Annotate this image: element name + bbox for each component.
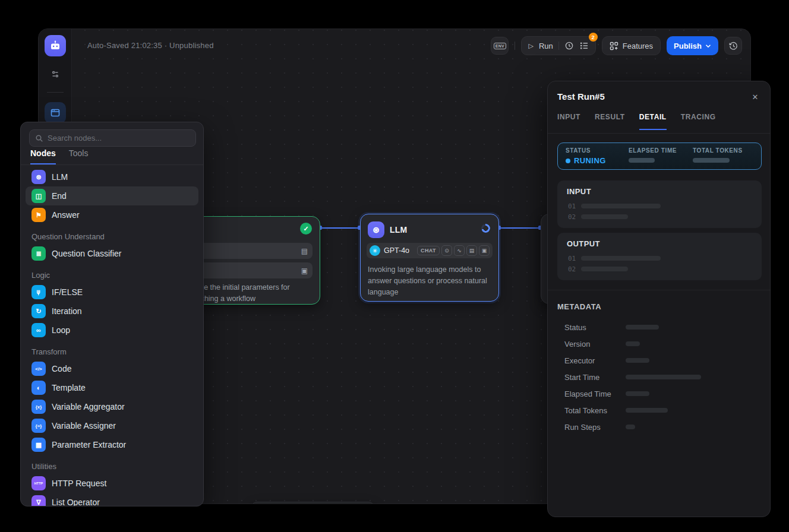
section-title: Transform	[26, 340, 198, 359]
run-group-divider	[558, 42, 559, 50]
node-search-panel: Search nodes... Nodes Tools ⊛LLM◫End⚑Ans…	[20, 122, 204, 506]
node-item-label: Answer	[52, 210, 80, 220]
node-item-label: Code	[52, 364, 71, 373]
features-label: Features	[623, 42, 653, 50]
metadata-label: Elapsed Time	[564, 390, 626, 398]
text-field-icon: ▤	[301, 247, 308, 255]
preview-window-button[interactable]	[45, 102, 66, 124]
search-input[interactable]: Search nodes...	[29, 129, 196, 147]
version-history-button[interactable]	[724, 37, 742, 55]
elapsed-time-skeleton	[629, 158, 655, 163]
end-node-icon: ◫	[31, 189, 46, 203]
node-item-label: Variable Assigner	[52, 421, 116, 430]
autosave-status: Auto-Saved 21:02:35 · Unpublished	[87, 41, 214, 50]
iteration-icon: ↻	[31, 304, 46, 318]
model-name: GPT-4o	[384, 246, 409, 255]
topbar-actions: ENV ▷ Run 2	[491, 36, 742, 55]
node-item-label: LLM	[52, 172, 68, 182]
node-item-iteration[interactable]: ↻Iteration	[26, 302, 198, 321]
run-tab-input[interactable]: INPUT	[557, 113, 580, 130]
edge-start-to-llm	[320, 227, 360, 229]
node-item-llm[interactable]: ⊛LLM	[26, 167, 198, 186]
status-value: RUNING	[566, 156, 629, 165]
node-item-list-operator[interactable]: ∇List Operator	[26, 493, 198, 506]
running-dot-icon	[566, 159, 570, 163]
node-item-parameter-extractor[interactable]: ▦Parameter Extractor	[26, 435, 198, 454]
node-item-http-request[interactable]: HTTPHTTP Request	[26, 474, 198, 493]
node-item-variable-aggregator[interactable]: {x}Variable Aggregator	[26, 397, 198, 416]
metadata-skeleton	[626, 358, 649, 363]
notification-badge: 2	[589, 33, 598, 42]
section-title: Logic	[26, 263, 198, 283]
llm-node-icon: ⊛	[368, 221, 384, 238]
publish-label: Publish	[674, 42, 702, 50]
http-request-icon: HTTP	[31, 476, 46, 490]
run-tab-tracing[interactable]: TRACING	[681, 113, 716, 130]
tab-tools[interactable]: Tools	[69, 148, 89, 164]
node-item-if-else[interactable]: ⋔IF/ELSE	[26, 283, 198, 302]
metadata-row: Elapsed Time	[564, 385, 760, 402]
node-item-label: Iteration	[52, 306, 82, 316]
node-item-question-classifier[interactable]: ≣Question Classifier	[26, 244, 198, 263]
input-title: INPUT	[567, 187, 591, 196]
copy-field-icon: ▣	[301, 267, 308, 275]
window-icon	[50, 107, 61, 118]
llm-node[interactable]: ⊛ LLM ✳ GPT-4o CHAT ⊙∿▤▣ Invoking large …	[360, 214, 499, 302]
node-item-label: List Operator	[52, 498, 100, 506]
run-tab-result[interactable]: RESULT	[595, 113, 625, 130]
capability-icon: ∿	[454, 245, 465, 256]
schedule-clock-button[interactable]	[564, 41, 574, 50]
edge-llm-to-end	[499, 227, 541, 229]
parameter-extractor-icon: ▦	[31, 438, 46, 452]
output-title: OUTPUT	[567, 239, 600, 248]
llm-node-icon: ⊛	[31, 170, 46, 184]
capability-icon: ▣	[479, 245, 490, 256]
node-item-variable-assigner[interactable]: {=}Variable Assigner	[26, 416, 198, 435]
checklist-button[interactable]	[579, 41, 589, 50]
features-button[interactable]: Features	[602, 36, 661, 55]
close-icon[interactable]: ✕	[750, 91, 760, 102]
node-item-label: Variable Aggregator	[52, 402, 125, 411]
value-skeleton	[581, 214, 628, 219]
search-icon	[35, 134, 43, 142]
total-tokens-label: TOTAL TOKENS	[693, 147, 743, 154]
answer-node-icon: ⚑	[31, 208, 46, 222]
metadata-skeleton	[626, 375, 701, 379]
topbar-divider	[515, 42, 515, 50]
success-check-icon: ✓	[300, 223, 312, 235]
metadata-row: Status	[564, 319, 760, 335]
env-button[interactable]: ENV	[491, 37, 509, 55]
settings-sliders-button[interactable]	[48, 67, 62, 81]
model-selector[interactable]: ✳ GPT-4o CHAT ⊙∿▤▣	[367, 243, 493, 258]
run-tabs-divider	[548, 133, 770, 134]
node-item-loop[interactable]: ∞Loop	[26, 321, 198, 340]
node-item-code[interactable]: </>Code	[26, 359, 198, 378]
sliders-icon	[51, 69, 60, 79]
run-button-group: ▷ Run 2	[521, 36, 595, 55]
run-tab-detail[interactable]: DETAIL	[639, 113, 667, 130]
node-item-end[interactable]: ◫End	[26, 186, 198, 205]
canvas-toolbar: +	[250, 502, 375, 504]
start-field-row[interactable]: ▣	[185, 262, 313, 278]
metadata-skeleton	[626, 408, 668, 413]
list-operator-icon: ∇	[31, 495, 46, 506]
output-card: OUTPUT 0102	[557, 233, 762, 280]
input-card: INPUT 0102	[557, 180, 762, 228]
value-skeleton	[581, 267, 628, 271]
template-icon: ◐	[31, 381, 46, 395]
run-button[interactable]: Run	[539, 42, 553, 50]
metadata-divider	[548, 290, 770, 290]
metadata-row: Executor	[564, 352, 760, 369]
node-item-template[interactable]: ◐Template	[26, 378, 198, 397]
metadata-row: Run Steps	[564, 419, 760, 435]
section-title: Question Understand	[26, 224, 198, 244]
rail-divider	[47, 92, 64, 93]
app-logo-button[interactable]	[45, 35, 66, 56]
publish-button[interactable]: Publish	[667, 36, 718, 55]
skeleton-row: 01	[568, 201, 752, 211]
tab-nodes[interactable]: Nodes	[30, 148, 56, 164]
start-field-row[interactable]: ▤	[185, 243, 313, 259]
node-list: ⊛LLM◫End⚑AnswerQuestion Understand≣Quest…	[26, 167, 198, 506]
running-spinner-icon	[481, 224, 490, 233]
node-item-answer[interactable]: ⚑Answer	[26, 205, 198, 224]
